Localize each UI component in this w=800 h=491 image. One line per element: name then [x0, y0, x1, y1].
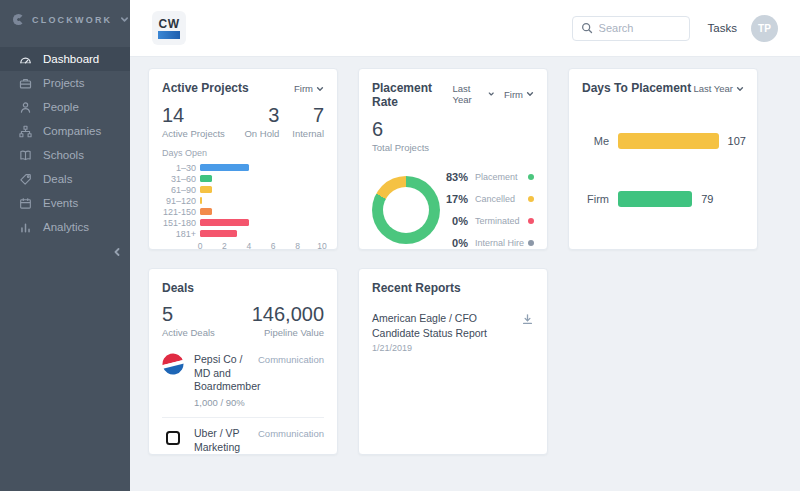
chevron-down-icon[interactable] — [120, 15, 129, 24]
sidebar-item-label: Schools — [43, 149, 84, 161]
chevron-down-icon — [736, 85, 744, 93]
avatar[interactable]: TP — [751, 15, 778, 42]
chevron-down-icon — [488, 90, 494, 98]
recent-reports-card: Recent Reports American Eagle / CFO Cand… — [358, 268, 548, 455]
sidebar-item-label: Events — [43, 197, 78, 209]
sidebar-item-label: Projects — [43, 77, 85, 89]
topbar: CW Tasks TP — [130, 0, 800, 57]
cw-logo-text: CW — [159, 18, 180, 30]
deal-row[interactable]: Uber / VP Marketing 10,000 / 70% Communi… — [162, 417, 324, 455]
x-axis: 0 2 4 6 8 10 — [200, 239, 322, 250]
active-projects-card: Active Projects Firm 14 Active Projects … — [148, 68, 338, 250]
sidebar-item-dashboard[interactable]: Dashboard — [0, 47, 130, 71]
sidebar-item-label: People — [43, 101, 79, 113]
donut-legend: 83% Placement 17% Cancelled 0% Terminate… — [440, 166, 534, 250]
legend-dot — [528, 174, 534, 180]
bar — [200, 230, 237, 237]
deals-card: Deals 5 Active Deals 146,000 Pipeline Va… — [148, 268, 338, 455]
chevron-down-icon — [316, 85, 324, 93]
legend-dot — [528, 240, 534, 246]
pepsi-logo — [162, 353, 184, 375]
card-title: Active Projects — [162, 81, 249, 95]
search-box[interactable] — [572, 16, 690, 41]
bar — [618, 133, 719, 149]
sidebar-item-schools[interactable]: Schools — [0, 143, 130, 167]
dashboard-icon — [19, 53, 32, 66]
org-chart-icon — [19, 125, 32, 138]
placement-rate-card: Placement Rate Last Year Firm 6 Total Pr… — [358, 68, 548, 250]
cw-logo[interactable]: CW — [152, 11, 186, 45]
deal-name: Pepsi Co / MD and Boardmember — [194, 353, 252, 394]
last-year-filter-dropdown[interactable]: Last Year — [452, 83, 494, 105]
sidebar-item-people[interactable]: People — [0, 95, 130, 119]
legend-item: 0% Internal Hire — [440, 232, 534, 250]
download-icon[interactable] — [521, 313, 534, 326]
days-to-placement-card: Days To Placement Last Year Me 107 Firm … — [568, 68, 758, 250]
legend-item: 83% Placement — [440, 166, 534, 188]
clockwork-logo[interactable]: CLOCKWORK — [0, 0, 130, 35]
sidebar-item-analytics[interactable]: Analytics — [0, 215, 130, 239]
legend-item: 17% Cancelled — [440, 188, 534, 210]
deal-list: Pepsi Co / MD and Boardmember 1,000 / 90… — [162, 344, 324, 455]
last-year-filter-dropdown[interactable]: Last Year — [693, 83, 744, 94]
sidebar-item-label: Analytics — [43, 221, 89, 233]
placement-donut-chart — [372, 176, 440, 244]
chevron-down-icon — [526, 90, 534, 98]
sidebar-collapse-button[interactable] — [112, 247, 122, 257]
legend-item: 0% Terminated — [440, 210, 534, 232]
uber-logo — [162, 427, 184, 449]
deal-stage: Communication — [258, 428, 324, 439]
stat-internal: 7 Internal — [292, 104, 324, 139]
report-name: American Eagle / CFO Candidate Status Re… — [372, 311, 514, 340]
search-input[interactable] — [599, 22, 681, 34]
bar — [618, 191, 692, 207]
briefcase-icon — [19, 77, 32, 90]
stat-total-projects: 6 Total Projects — [359, 109, 547, 153]
stat-active-projects: 14 Active Projects — [162, 104, 225, 139]
search-icon — [581, 22, 593, 34]
days-open-bar-chart: Days Open 1–30 31–60 61–90 91–120 121-15… — [149, 139, 337, 250]
cw-logo-bar — [158, 31, 180, 39]
sidebar-item-events[interactable]: Events — [0, 191, 130, 215]
clockwork-logo-label: CLOCKWORK — [32, 15, 112, 25]
sidebar-item-companies[interactable]: Companies — [0, 119, 130, 143]
bar-chart-icon — [19, 221, 32, 234]
legend-dot — [528, 196, 534, 202]
stat-active-deals: 5 Active Deals — [162, 303, 215, 338]
bar — [200, 197, 202, 204]
report-date: 1/21/2019 — [372, 343, 514, 353]
sidebar-item-label: Dashboard — [43, 53, 99, 65]
report-row[interactable]: American Eagle / CFO Candidate Status Re… — [359, 295, 547, 353]
bar — [200, 208, 212, 215]
person-icon — [19, 101, 32, 114]
stat-on-hold: 3 On Hold — [244, 104, 279, 139]
bar — [200, 186, 212, 193]
tag-icon — [19, 173, 32, 186]
calendar-icon — [19, 197, 32, 210]
firm-filter-dropdown[interactable]: Firm — [504, 83, 534, 105]
tasks-link[interactable]: Tasks — [708, 22, 737, 34]
deal-row[interactable]: Pepsi Co / MD and Boardmember 1,000 / 90… — [162, 344, 324, 417]
bar — [200, 219, 249, 226]
card-title: Deals — [162, 281, 194, 295]
sidebar-item-projects[interactable]: Projects — [0, 71, 130, 95]
main-content: Active Projects Firm 14 Active Projects … — [130, 57, 800, 491]
sidebar-item-label: Deals — [43, 173, 72, 185]
sidebar-item-label: Companies — [43, 125, 101, 137]
stat-pipeline-value: 146,000 Pipeline Value — [252, 303, 324, 338]
firm-filter-dropdown[interactable]: Firm — [294, 83, 324, 94]
card-title: Days To Placement — [582, 81, 691, 95]
chart-group-label: Days Open — [162, 148, 337, 158]
clockwork-c-icon — [13, 14, 24, 25]
deal-name: Uber / VP Marketing — [194, 427, 252, 454]
sidebar-nav: Dashboard Projects People Companies Scho… — [0, 47, 130, 239]
deal-amount: 1,000 / 90% — [194, 397, 252, 408]
sidebar-item-deals[interactable]: Deals — [0, 167, 130, 191]
card-title: Placement Rate — [372, 81, 452, 109]
deal-stage: Communication — [258, 354, 324, 365]
days-to-placement-bar-chart: Me 107 Firm 79 — [569, 95, 757, 207]
sidebar: CLOCKWORK Dashboard Projects People Comp… — [0, 0, 130, 491]
bar — [200, 164, 249, 171]
book-icon — [19, 149, 32, 162]
legend-dot — [528, 218, 534, 224]
